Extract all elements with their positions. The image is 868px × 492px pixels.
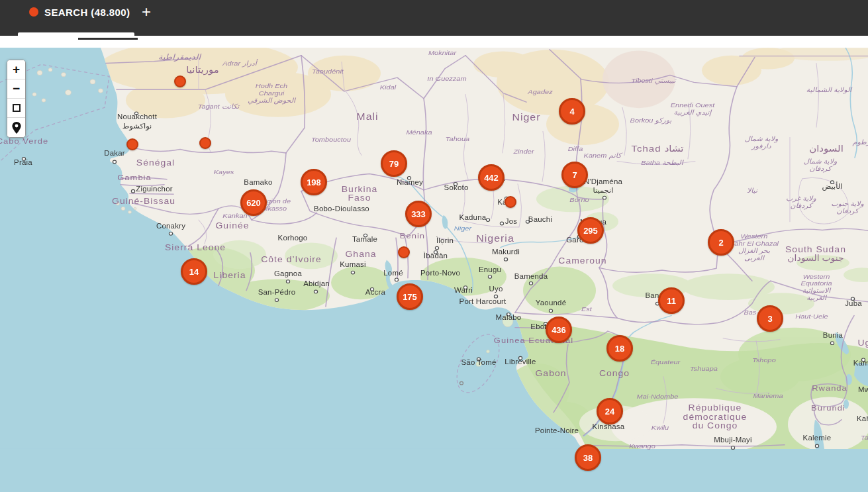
city-dot-icon bbox=[275, 299, 278, 302]
active-tab-underline bbox=[18, 32, 134, 36]
cluster-marker-3[interactable]: 3 bbox=[757, 305, 783, 332]
point-marker[interactable] bbox=[398, 246, 410, 258]
cluster-marker-198[interactable]: 198 bbox=[301, 169, 327, 195]
map-viewport[interactable]: Cabo VerdeموريتانياSénégalGambiaGuiné-Bi… bbox=[0, 48, 868, 492]
locate-button[interactable] bbox=[7, 118, 25, 137]
cluster-marker-4[interactable]: 4 bbox=[559, 98, 585, 124]
city-dot-icon bbox=[504, 258, 507, 261]
city-dot-icon bbox=[830, 342, 834, 345]
city-dot-icon bbox=[830, 181, 834, 184]
city-dot-icon bbox=[486, 219, 489, 222]
city-dot-icon bbox=[549, 309, 552, 313]
cluster-marker-24[interactable]: 24 bbox=[597, 398, 623, 424]
city-dot-icon bbox=[134, 112, 138, 115]
city-dot-icon bbox=[169, 232, 172, 236]
cluster-marker-295[interactable]: 295 bbox=[577, 217, 604, 244]
cluster-marker-175[interactable]: 175 bbox=[397, 283, 423, 310]
city-dot-icon bbox=[477, 358, 480, 361]
city-dot-icon bbox=[454, 183, 457, 186]
city-dot-icon bbox=[506, 313, 510, 316]
cluster-marker-38[interactable]: 38 bbox=[575, 444, 601, 471]
tab-search[interactable]: SEARCH (48.800) bbox=[44, 6, 130, 19]
map-controls: + − bbox=[7, 60, 26, 138]
cluster-marker-2[interactable]: 2 bbox=[708, 229, 734, 256]
tab-favicon-dot-icon bbox=[29, 7, 38, 17]
fullscreen-button[interactable] bbox=[7, 99, 25, 118]
city-dot-icon bbox=[363, 234, 367, 237]
city-dot-icon bbox=[407, 177, 410, 180]
cluster-marker-79[interactable]: 79 bbox=[381, 150, 407, 177]
location-pin-icon bbox=[11, 121, 22, 134]
city-dot-icon bbox=[518, 356, 522, 360]
zoom-out-button[interactable]: − bbox=[7, 79, 25, 99]
city-dot-icon bbox=[131, 189, 134, 193]
cluster-marker-14[interactable]: 14 bbox=[181, 258, 207, 285]
cluster-marker-442[interactable]: 442 bbox=[478, 164, 505, 191]
city-dot-icon bbox=[861, 358, 865, 362]
city-dot-icon bbox=[113, 160, 116, 164]
cluster-marker-7[interactable]: 7 bbox=[561, 162, 588, 188]
city-dot-icon bbox=[314, 290, 317, 293]
city-dot-icon bbox=[731, 446, 734, 450]
cluster-marker-18[interactable]: 18 bbox=[606, 335, 633, 362]
city-dot-icon bbox=[435, 246, 438, 250]
cluster-marker-333[interactable]: 333 bbox=[405, 201, 432, 227]
cluster-marker-11[interactable]: 11 bbox=[658, 287, 685, 314]
new-tab-button[interactable]: + bbox=[137, 1, 156, 23]
city-dot-icon bbox=[463, 286, 467, 289]
cluster-marker-436[interactable]: 436 bbox=[546, 317, 572, 343]
city-dot-icon bbox=[488, 275, 491, 279]
city-dot-icon bbox=[526, 220, 529, 223]
point-marker[interactable] bbox=[174, 75, 186, 87]
city-dot-icon bbox=[351, 271, 354, 274]
city-dot-icon bbox=[603, 196, 606, 199]
point-marker[interactable] bbox=[126, 138, 138, 150]
cluster-marker-620[interactable]: 620 bbox=[240, 189, 267, 216]
zoom-in-button[interactable]: + bbox=[7, 60, 25, 79]
point-marker[interactable] bbox=[505, 196, 516, 208]
city-dot-icon bbox=[815, 444, 818, 448]
fullscreen-square-icon bbox=[13, 104, 21, 112]
city-dot-icon bbox=[851, 297, 854, 301]
city-dot-icon bbox=[500, 222, 503, 225]
city-dot-icon bbox=[22, 158, 25, 161]
tab-indicator-bar bbox=[78, 38, 138, 40]
city-dot-icon bbox=[494, 295, 497, 298]
city-dot-icon bbox=[286, 280, 289, 283]
city-dot-icon bbox=[395, 278, 398, 281]
city-dot-icon bbox=[434, 251, 437, 254]
point-marker[interactable] bbox=[199, 137, 211, 149]
map-canvas: Cabo VerdeموريتانياSénégalGambiaGuiné-Bi… bbox=[0, 48, 868, 492]
city-dot-icon bbox=[370, 288, 373, 291]
city-dot-icon bbox=[529, 281, 532, 285]
browser-tab-bar: SEARCH (48.800) + bbox=[0, 0, 868, 36]
